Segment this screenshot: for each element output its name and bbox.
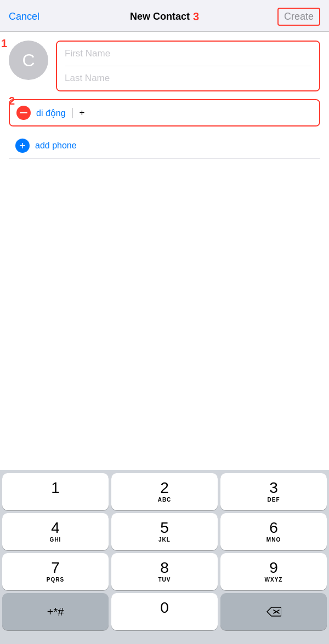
key-1-letters	[54, 497, 56, 503]
key-8-letters: TUV	[158, 577, 171, 583]
avatar: 1 C	[9, 41, 48, 80]
key-3-num: 3	[269, 480, 278, 496]
key-4-letters: GHI	[50, 537, 61, 543]
key-5-num: 5	[160, 520, 169, 536]
key-6-num: 6	[269, 520, 278, 536]
keyboard: 1 2 ABC 3 DEF 4 GHI 5 JKL 6 MNO 7 PQRS	[0, 470, 329, 644]
phone-section: di động	[9, 99, 320, 127]
key-8-num: 8	[160, 560, 169, 576]
key-0-num: 0	[160, 600, 169, 616]
key-6[interactable]: 6 MNO	[220, 513, 327, 550]
create-button[interactable]: Create	[277, 8, 320, 26]
key-4-num: 4	[51, 520, 60, 536]
key-2-letters: ABC	[158, 497, 172, 503]
remove-phone-button[interactable]	[16, 106, 31, 120]
key-row-4: +*# 0	[2, 593, 327, 630]
key-2-num: 2	[160, 480, 169, 496]
contact-form: 1 C 2 di động + add phone	[0, 32, 329, 168]
key-7[interactable]: 7 PQRS	[2, 553, 109, 590]
key-symbols[interactable]: +*#	[2, 593, 109, 630]
key-1[interactable]: 1	[2, 473, 109, 510]
phone-label[interactable]: di động	[36, 108, 73, 118]
header-title-group: New Contact 3	[130, 10, 199, 23]
key-9[interactable]: 9 WXYZ	[220, 553, 327, 590]
add-phone-row[interactable]: + add phone	[9, 133, 320, 159]
header: Cancel New Contact 3 Create	[0, 0, 329, 32]
key-row-1: 1 2 ABC 3 DEF	[2, 473, 327, 510]
page-title: New Contact	[130, 11, 190, 22]
phone-input[interactable]	[80, 107, 313, 118]
first-name-input[interactable]	[57, 42, 319, 66]
key-8[interactable]: 8 TUV	[111, 553, 218, 590]
name-fields-container	[56, 41, 320, 91]
key-2[interactable]: 2 ABC	[111, 473, 218, 510]
key-3-letters: DEF	[268, 497, 280, 503]
add-phone-plus-icon[interactable]: +	[15, 139, 30, 153]
key-delete[interactable]	[220, 593, 327, 630]
phone-section-wrapper: 2 di động	[9, 99, 320, 127]
avatar-badge: 1	[1, 37, 7, 50]
key-0[interactable]: 0	[111, 593, 218, 630]
phone-badge: 2	[9, 95, 15, 107]
last-name-input[interactable]	[57, 66, 319, 90]
key-7-num: 7	[51, 560, 60, 576]
key-0-letters	[163, 617, 166, 623]
create-wrap: Create	[277, 8, 320, 26]
key-row-3: 7 PQRS 8 TUV 9 WXYZ	[2, 553, 327, 590]
key-5-letters: JKL	[158, 537, 171, 543]
phone-row: di động	[10, 100, 319, 125]
key-symbols-label: +*#	[47, 606, 64, 618]
key-6-letters: MNO	[266, 537, 281, 543]
key-3[interactable]: 3 DEF	[220, 473, 327, 510]
add-phone-label: add phone	[35, 141, 77, 151]
title-badge: 3	[193, 10, 199, 23]
key-7-letters: PQRS	[47, 577, 64, 583]
key-9-num: 9	[269, 560, 278, 576]
name-row: 1 C	[9, 41, 320, 91]
cancel-button[interactable]: Cancel	[9, 11, 39, 22]
delete-icon	[266, 606, 281, 617]
key-9-letters: WXYZ	[265, 577, 283, 583]
key-5[interactable]: 5 JKL	[111, 513, 218, 550]
key-4[interactable]: 4 GHI	[2, 513, 109, 550]
avatar-letter: C	[22, 50, 35, 71]
key-1-num: 1	[51, 480, 60, 496]
key-row-2: 4 GHI 5 JKL 6 MNO	[2, 513, 327, 550]
